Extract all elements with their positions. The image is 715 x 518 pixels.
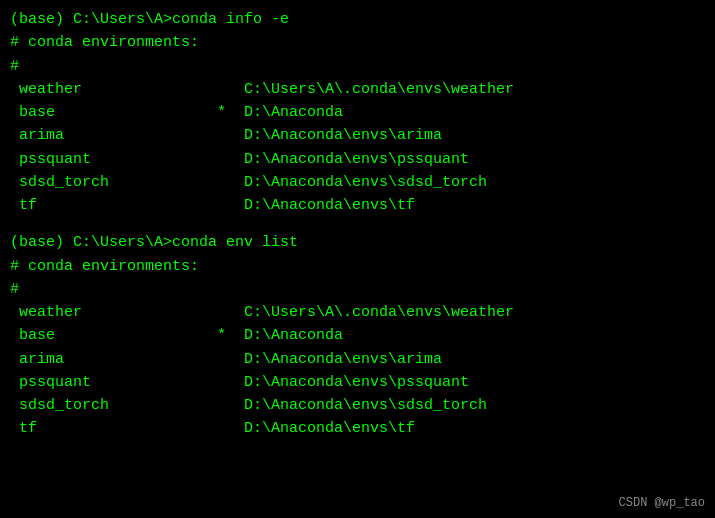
terminal-window: (base) C:\Users\A>conda info -e # conda … [0, 0, 715, 518]
output-line-2-5: pssquant D:\Anaconda\envs\pssquant [10, 371, 705, 394]
output-line-2-4: arima D:\Anaconda\envs\arima [10, 348, 705, 371]
output-line-1-7: tf D:\Anaconda\envs\tf [10, 194, 705, 217]
watermark-text: CSDN @wp_tao [619, 496, 705, 510]
output-line-2-1: # [10, 278, 705, 301]
output-line-1-6: sdsd_torch D:\Anaconda\envs\sdsd_torch [10, 171, 705, 194]
output-line-1-0: # conda environments: [10, 31, 705, 54]
output-line-1-2: weather C:\Users\A\.conda\envs\weather [10, 78, 705, 101]
section-separator [10, 217, 705, 231]
output-line-2-7: tf D:\Anaconda\envs\tf [10, 417, 705, 440]
output-line-1-4: arima D:\Anaconda\envs\arima [10, 124, 705, 147]
prompt-line-1: (base) C:\Users\A>conda info -e [10, 8, 705, 31]
output-line-2-3: base * D:\Anaconda [10, 324, 705, 347]
output-line-1-5: pssquant D:\Anaconda\envs\pssquant [10, 148, 705, 171]
output-line-2-0: # conda environments: [10, 255, 705, 278]
prompt-line-2: (base) C:\Users\A>conda env list [10, 231, 705, 254]
output-line-1-3: base * D:\Anaconda [10, 101, 705, 124]
output-line-1-1: # [10, 55, 705, 78]
output-line-2-6: sdsd_torch D:\Anaconda\envs\sdsd_torch [10, 394, 705, 417]
output-line-2-2: weather C:\Users\A\.conda\envs\weather [10, 301, 705, 324]
